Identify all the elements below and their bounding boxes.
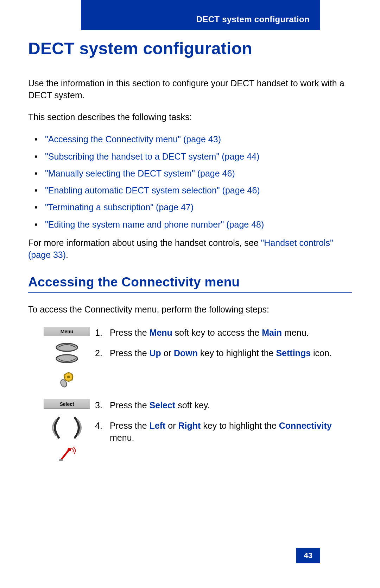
intro-paragraph-1: Use the information in this section to c… (28, 78, 352, 101)
svg-point-5 (67, 376, 70, 378)
steps-table: Menu 1. (28, 327, 352, 466)
up-down-nav-icon (53, 341, 81, 366)
step-text: Press the Left or Right key to highlight… (110, 420, 352, 444)
step-text: Press the Menu soft key to access the Ma… (110, 327, 352, 339)
task-link[interactable]: "Editing the system name and phone numbe… (45, 219, 264, 229)
task-item: "Enabling automatic DECT system selectio… (28, 184, 352, 197)
header-title: DECT system configuration (196, 14, 310, 24)
step-1: 1. Press the Menu soft key to access the… (95, 327, 352, 339)
connectivity-antenna-icon (58, 447, 76, 462)
task-link[interactable]: "Accessing the Connectivity menu" (page … (45, 134, 221, 144)
keyword-up: Up (150, 348, 161, 358)
icon-column: Select (28, 400, 95, 462)
section-heading: Accessing the Connectivity menu (28, 275, 352, 290)
keyword-settings: Settings (276, 348, 311, 358)
header-bar: DECT system configuration (81, 0, 320, 30)
page-number: 43 (296, 548, 320, 563)
svg-point-9 (59, 459, 63, 461)
step-number: 1. (95, 327, 110, 339)
text-column: 1. Press the Menu soft key to access the… (95, 327, 352, 359)
keyword-left: Left (150, 421, 166, 431)
keyword-main: Main (262, 328, 282, 338)
task-link[interactable]: "Manually selecting the DECT system" (pa… (45, 168, 235, 178)
more-info-suffix: . (66, 250, 68, 260)
left-right-nav-icon (48, 414, 86, 442)
task-item: "Manually selecting the DECT system" (pa… (28, 167, 352, 180)
task-link[interactable]: "Terminating a subscription" (page 47) (45, 202, 194, 212)
more-info-paragraph: For more information about using the han… (28, 237, 352, 261)
svg-line-7 (61, 450, 69, 460)
step-group-1: Menu 1. (28, 327, 352, 388)
step-number: 2. (95, 347, 110, 359)
keyword-right: Right (178, 421, 201, 431)
page-content: DECT system configuration Use the inform… (28, 39, 352, 466)
text-column: 3. Press the Select soft key. 4. Press t… (95, 400, 352, 444)
icon-column: Menu (28, 327, 95, 388)
keyword-menu: Menu (150, 328, 172, 338)
task-link[interactable]: "Enabling automatic DECT system selectio… (45, 185, 260, 195)
svg-point-8 (68, 448, 71, 451)
step-number: 3. (95, 400, 110, 411)
step-text: Press the Up or Down key to highlight th… (110, 347, 352, 359)
step-number: 4. (95, 420, 110, 444)
section-rule (28, 292, 352, 293)
keyword-select: Select (150, 400, 176, 410)
settings-gear-icon (58, 371, 76, 388)
task-item: "Accessing the Connectivity menu" (page … (28, 133, 352, 146)
step-group-2: Select 3. (28, 400, 352, 462)
task-item: "Subscribing the handset to a DECT syste… (28, 150, 352, 163)
task-link[interactable]: "Subscribing the handset to a DECT syste… (45, 151, 259, 161)
select-softkey-button: Select (44, 400, 90, 409)
section-intro: To access the Connectivity menu, perform… (28, 304, 352, 316)
step-text: Press the Select soft key. (110, 400, 352, 411)
keyword-connectivity: Connectivity (279, 421, 332, 431)
step-3: 3. Press the Select soft key. (95, 400, 352, 411)
more-info-prefix: For more information about using the han… (28, 238, 261, 248)
task-list: "Accessing the Connectivity menu" (page … (28, 133, 352, 231)
task-item: "Editing the system name and phone numbe… (28, 218, 352, 231)
step-2: 2. Press the Up or Down key to highlight… (95, 347, 352, 359)
keyword-down: Down (174, 348, 198, 358)
menu-softkey-button: Menu (44, 327, 90, 336)
task-item: "Terminating a subscription" (page 47) (28, 201, 352, 213)
page-title: DECT system configuration (28, 39, 352, 58)
intro-paragraph-2: This section describes the following tas… (28, 111, 352, 123)
step-4: 4. Press the Left or Right key to highli… (95, 420, 352, 444)
